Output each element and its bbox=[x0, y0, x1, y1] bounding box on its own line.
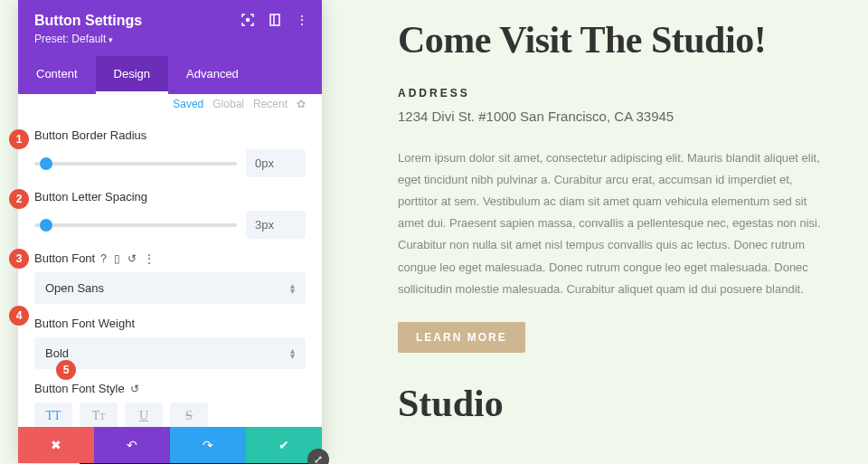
settings-panel: Button Settings Preset: Default ⋮ Conten… bbox=[18, 0, 322, 463]
badge-4: 4 bbox=[9, 306, 29, 326]
preview-heading: Come Visit The Studio! bbox=[398, 18, 832, 62]
setting-border-radius: Button Border Radius 0px bbox=[34, 128, 306, 177]
svg-rect-1 bbox=[270, 14, 279, 25]
page-preview: Come Visit The Studio! ADDRESS 1234 Divi… bbox=[398, 18, 832, 425]
setting-font-style: Button Font Style ↺ TT TT U S bbox=[34, 382, 306, 427]
chevron-updown-icon: ▴▾ bbox=[290, 348, 295, 359]
setting-font-weight: Button Font Weight Bold ▴▾ bbox=[34, 317, 306, 369]
preset-links: Saved Global Recent ✿ bbox=[18, 94, 322, 112]
setting-letter-spacing: Button Letter Spacing 3px bbox=[34, 190, 306, 239]
label-font: Button Font bbox=[34, 251, 95, 265]
label-letter-spacing: Button Letter Spacing bbox=[34, 190, 306, 204]
address-text: 1234 Divi St. #1000 San Francisco, CA 33… bbox=[398, 109, 832, 124]
slider-thumb[interactable] bbox=[40, 157, 52, 170]
tab-advanced[interactable]: Advanced bbox=[168, 56, 257, 94]
setting-font: Button Font ? ▯ ↺ ⋮ Open Sans ▴▾ bbox=[34, 251, 306, 304]
slider-letter-spacing[interactable] bbox=[34, 223, 237, 227]
link-saved[interactable]: Saved bbox=[173, 98, 203, 110]
tab-content[interactable]: Content bbox=[18, 56, 96, 94]
more-icon[interactable]: ⋮ bbox=[144, 252, 155, 265]
slider-border-radius[interactable] bbox=[34, 162, 237, 166]
svg-point-0 bbox=[247, 19, 250, 22]
reset-icon[interactable]: ↺ bbox=[130, 383, 139, 395]
reset-icon[interactable]: ↺ bbox=[127, 252, 137, 265]
tabs: Content Design Advanced bbox=[18, 56, 322, 94]
preset-dropdown[interactable]: Preset: Default bbox=[34, 33, 306, 45]
value-letter-spacing[interactable]: 3px bbox=[246, 211, 306, 239]
badge-5: 5 bbox=[56, 360, 76, 380]
badge-3: 3 bbox=[9, 249, 29, 269]
gear-icon[interactable]: ✿ bbox=[297, 98, 306, 110]
select-font-weight-value: Bold bbox=[45, 346, 69, 360]
slider-thumb[interactable] bbox=[40, 219, 52, 232]
preview-bottom-heading: Studio bbox=[398, 382, 832, 425]
value-border-radius[interactable]: 0px bbox=[246, 149, 306, 177]
label-font-style: Button Font Style bbox=[34, 382, 125, 395]
select-font[interactable]: Open Sans ▴▾ bbox=[34, 272, 306, 304]
link-recent[interactable]: Recent bbox=[253, 98, 288, 110]
responsive-icon[interactable]: ▯ bbox=[114, 252, 120, 265]
select-font-weight[interactable]: Bold ▴▾ bbox=[34, 337, 306, 369]
link-global[interactable]: Global bbox=[212, 98, 244, 110]
panel-header: Button Settings Preset: Default ⋮ bbox=[18, 0, 322, 56]
more-icon[interactable]: ⋮ bbox=[295, 13, 309, 27]
style-strikethrough-button[interactable]: S bbox=[170, 402, 208, 427]
focus-icon[interactable] bbox=[241, 13, 255, 27]
tab-design[interactable]: Design bbox=[96, 56, 168, 94]
panel-footer: ✖ ↶ ↷ ✔ bbox=[18, 427, 322, 463]
style-uppercase-button[interactable]: TT bbox=[34, 402, 72, 427]
preview-body: Lorem ipsum dolor sit amet, consectetur … bbox=[398, 147, 832, 299]
chevron-updown-icon: ▴▾ bbox=[290, 283, 295, 294]
help-icon[interactable]: ? bbox=[100, 252, 107, 265]
style-underline-button[interactable]: U bbox=[125, 402, 163, 427]
address-label: ADDRESS bbox=[398, 87, 832, 99]
badge-2: 2 bbox=[9, 189, 29, 209]
learn-more-button[interactable]: LEARN MORE bbox=[398, 322, 525, 353]
undo-button[interactable]: ↶ bbox=[94, 427, 170, 463]
cancel-button[interactable]: ✖ bbox=[18, 427, 94, 463]
label-font-weight: Button Font Weight bbox=[34, 317, 306, 330]
layout-icon[interactable] bbox=[268, 13, 282, 27]
label-border-radius: Button Border Radius bbox=[34, 128, 306, 142]
select-font-value: Open Sans bbox=[45, 281, 104, 295]
expand-handle-icon[interactable]: ⤢ bbox=[307, 449, 329, 464]
style-smallcaps-button[interactable]: TT bbox=[80, 402, 118, 427]
badge-1: 1 bbox=[9, 129, 29, 149]
redo-button[interactable]: ↷ bbox=[170, 427, 246, 463]
